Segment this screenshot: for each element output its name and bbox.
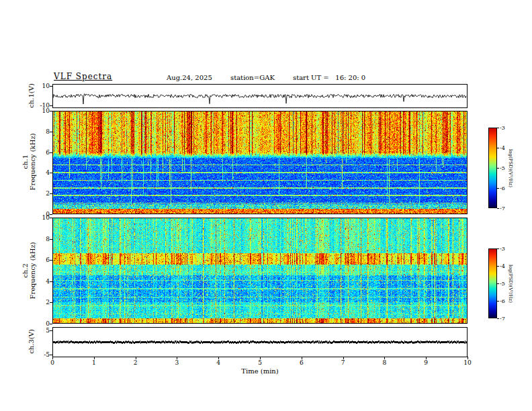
colorbar-tick-mark — [497, 208, 499, 209]
x-tick-mark — [426, 357, 427, 359]
ch1-waveform-canvas — [53, 85, 467, 107]
time-axis-label: Time (min) — [241, 367, 278, 375]
figure-title: VLF Spectra — [54, 72, 112, 81]
colorbar-tick-mark — [497, 318, 499, 319]
x-tick-mark — [52, 357, 53, 359]
x-tick-label: 0 — [50, 359, 54, 366]
x-tick-mark — [302, 357, 302, 359]
y-tick-label: 6 — [0, 148, 50, 155]
x-tick-label: 2 — [134, 359, 138, 366]
colorbar-tick-label: -4 — [500, 145, 505, 151]
x-tick-label: 1 — [92, 359, 96, 366]
y-tick-label: 4 — [0, 169, 50, 176]
colorbar-tick-label: -3 — [500, 246, 505, 252]
x-tick-mark — [384, 357, 385, 359]
y-tick-label: 4 — [0, 277, 50, 284]
ch1-colorbar — [488, 128, 497, 208]
y-tick-label: 2 — [0, 299, 50, 306]
y-tick-mark — [50, 214, 52, 215]
colorbar-tick-mark — [497, 188, 499, 189]
y-tick-mark — [50, 302, 52, 303]
x-tick-mark — [177, 357, 177, 359]
ch2-colorbar — [488, 248, 497, 318]
y-tick-mark — [50, 86, 52, 87]
x-tick-mark — [136, 357, 136, 359]
y-tick-label: 0 — [0, 320, 50, 327]
y-tick-mark — [50, 281, 52, 282]
colorbar-tick-mark — [497, 168, 499, 169]
y-tick-mark — [50, 239, 52, 240]
y-tick-label: -5 — [0, 351, 50, 357]
colorbar-tick-label: -3 — [500, 125, 505, 131]
ch1-spectrogram-panel — [52, 111, 468, 214]
y-tick-label: 10 — [0, 83, 50, 89]
x-tick-mark — [260, 357, 261, 359]
colorbar-tick-label: -5 — [500, 281, 505, 287]
y-tick-label: 8 — [0, 235, 50, 242]
y-tick-mark — [50, 218, 52, 218]
colorbar-tick-mark — [497, 283, 499, 284]
y-tick-label: 5 — [0, 326, 50, 333]
x-tick-label: 6 — [300, 359, 304, 366]
colorbar-tick-mark — [497, 266, 499, 267]
y-tick-mark — [50, 324, 52, 324]
y-tick-mark — [50, 260, 52, 261]
colorbar-tick-mark — [497, 128, 499, 128]
ch1-spectrogram-canvas — [53, 111, 467, 214]
ch3-wave-axis-label: ch.3(V) — [28, 275, 35, 409]
y-tick-label: 8 — [0, 128, 50, 134]
y-tick-mark — [50, 152, 52, 153]
colorbar-tick-label: -5 — [500, 165, 505, 171]
colorbar-tick-label: -7 — [500, 316, 505, 322]
ch1-colorbar-units-label: log(PSD)(V²/Hz) — [508, 128, 513, 208]
start-ut-label: start UT = 16: 20: 0 — [293, 74, 365, 81]
y-tick-mark — [50, 105, 52, 106]
ch2-spectrogram-canvas — [53, 218, 467, 323]
x-tick-label: 4 — [216, 359, 220, 366]
x-tick-mark — [343, 357, 344, 359]
colorbar-tick-mark — [497, 301, 499, 302]
x-tick-mark — [218, 357, 219, 359]
y-tick-mark — [50, 330, 52, 331]
vlf-spectra-figure: VLF Spectra Aug.24, 2025 station=GAK sta… — [0, 0, 532, 411]
ch3-waveform-canvas — [53, 328, 467, 357]
y-tick-label: 6 — [0, 257, 50, 263]
colorbar-tick-label: -7 — [500, 205, 505, 212]
x-tick-label: 8 — [383, 359, 387, 366]
y-tick-label: 10 — [0, 107, 50, 114]
ch3-wave-axis-label-text: ch.3(V) — [28, 275, 35, 409]
colorbar-tick-label: -6 — [500, 185, 505, 191]
x-tick-label: 7 — [341, 359, 345, 366]
colorbar-tick-mark — [497, 148, 499, 148]
x-tick-label: 10 — [463, 359, 471, 366]
colorbar-tick-label: -6 — [500, 298, 505, 304]
ch2-spectrogram-panel — [52, 218, 468, 324]
x-tick-label: 3 — [175, 359, 179, 366]
x-tick-label: 5 — [258, 359, 262, 366]
x-tick-label: 9 — [424, 359, 428, 366]
y-tick-mark — [50, 173, 52, 173]
y-tick-mark — [50, 111, 52, 111]
colorbar-tick-mark — [497, 248, 499, 249]
ch2-colorbar-units-label: log(PSD)(V²/Hz) — [508, 248, 513, 318]
y-tick-label: 2 — [0, 190, 50, 197]
x-tick-mark — [468, 357, 468, 359]
ch3-waveform-panel — [52, 327, 468, 357]
station-label: station=GAK — [230, 74, 275, 81]
colorbar-tick-label: -4 — [500, 263, 505, 269]
x-tick-mark — [94, 357, 95, 359]
date-label: Aug.24, 2025 — [167, 74, 212, 81]
y-tick-mark — [50, 355, 52, 355]
y-tick-mark — [50, 193, 52, 194]
y-tick-mark — [50, 132, 52, 132]
ch1-waveform-panel — [52, 84, 468, 108]
y-tick-label: 10 — [0, 214, 50, 221]
